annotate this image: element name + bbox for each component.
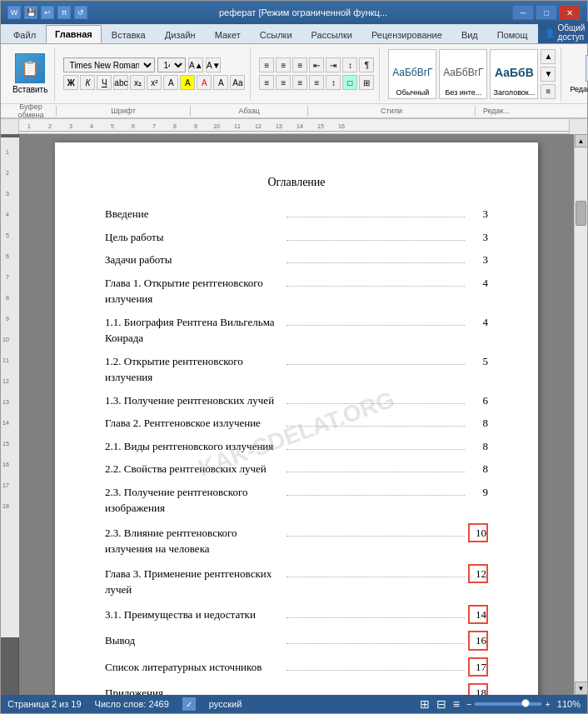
grow-font-button[interactable]: A▲ [188, 57, 203, 72]
align-left-button[interactable]: ≡ [259, 75, 274, 90]
italic-button[interactable]: К [80, 75, 95, 90]
list-multilevel-button[interactable]: ≡ [292, 57, 307, 72]
shading-button[interactable]: □ [342, 75, 357, 90]
toc-dots [287, 364, 465, 365]
window-title: реферат [Режим ограниченной функц... [94, 7, 512, 17]
scroll-up-button[interactable]: ▲ [575, 134, 588, 147]
bold-button[interactable]: Ж [63, 75, 78, 90]
toc-row: 2.3. Получение рентгеновского изображени… [105, 484, 488, 517]
toc-page-number: 4 [468, 314, 488, 331]
increase-indent-button[interactable]: ⇥ [326, 57, 341, 72]
share-button[interactable]: 👤 Общий доступ [538, 22, 588, 43]
svg-text:13: 13 [2, 399, 9, 405]
font-color-button[interactable]: A [197, 75, 212, 90]
close-button[interactable]: ✕ [559, 5, 581, 20]
toc-dots [287, 262, 465, 263]
minimize-button[interactable]: ─ [512, 5, 534, 20]
toc-row: 2.2. Свойства рентгеновских лучей8 [105, 461, 488, 477]
toc-dots [287, 495, 465, 496]
scroll-down-button[interactable]: ▼ [575, 682, 588, 695]
svg-text:12: 12 [2, 378, 9, 384]
borders-button[interactable]: ⊞ [359, 75, 374, 90]
toc-page-number: 12 [468, 564, 488, 584]
style-no-spacing-button[interactable]: АаБбВгГ Без инте... [439, 49, 487, 99]
word-count: Число слов: 2469 [95, 699, 169, 709]
toc-entry-title: 1.1. Биография Рентгена Вильгельма Конра… [105, 314, 283, 347]
font-family-select[interactable]: Times New Roman [63, 57, 155, 72]
svg-text:5: 5 [6, 232, 9, 238]
style-heading-button[interactable]: АаБбВ Заголовок... [490, 49, 538, 99]
show-marks-button[interactable]: ¶ [359, 57, 374, 72]
svg-text:15: 15 [317, 123, 324, 129]
tab-review[interactable]: Рецензирование [362, 25, 451, 43]
vertical-scrollbar[interactable]: ▲ ▼ [574, 134, 587, 695]
quick-access-reload[interactable]: ↺ [74, 6, 87, 19]
toc-dots [287, 325, 465, 326]
toc-page-number: 6 [468, 392, 488, 409]
highlight-button[interactable]: A [180, 75, 195, 90]
toc-page-number: 14 [468, 605, 488, 625]
line-spacing-button[interactable]: ↕ [326, 75, 341, 90]
toc-page-number: 3 [468, 206, 488, 222]
svg-rect-18 [1, 137, 19, 637]
paste-button[interactable]: 📋 Вставить [12, 53, 47, 94]
tab-layout[interactable]: Макет [206, 25, 250, 43]
align-right-button[interactable]: ≡ [292, 75, 307, 90]
document-scroll[interactable]: KAK-SDELAT.ORG Оглавление Введение3Цель … [19, 134, 574, 695]
font-size-select[interactable]: 14 [157, 57, 186, 72]
scroll-track[interactable] [575, 147, 587, 682]
styles-up-button[interactable]: ▲ [541, 49, 556, 64]
styles-down-button[interactable]: ▼ [541, 67, 556, 82]
style-normal-preview: АаБбВгГ [389, 57, 436, 88]
view-read-button[interactable]: ≡ [453, 697, 460, 711]
svg-text:9: 9 [6, 316, 9, 322]
underline-button[interactable]: Ч [97, 75, 112, 90]
svg-text:1: 1 [6, 149, 9, 155]
toc-entry-title: 1.2. Открытие рентгеновского излучения [105, 353, 283, 386]
superscript-button[interactable]: x² [147, 75, 162, 90]
style-normal-button[interactable]: АаБбВгГ Обычный [388, 49, 436, 99]
tab-mailings[interactable]: Рассылки [302, 25, 361, 43]
quick-access-pi[interactable]: π [57, 6, 71, 19]
view-web-button[interactable]: ⊟ [436, 697, 446, 711]
maximize-button[interactable]: □ [536, 5, 557, 20]
status-bar: Страница 2 из 19 Число слов: 2469 ✓ русс… [1, 695, 587, 713]
tab-links[interactable]: Ссылки [251, 25, 301, 43]
tab-home[interactable]: Главная [46, 25, 102, 43]
ruler: 1 2 3 4 5 6 7 8 9 10 11 12 13 14 15 16 [1, 119, 587, 134]
zoom-track[interactable] [475, 702, 541, 706]
zoom-out-button[interactable]: − [466, 699, 471, 709]
font-effects-button[interactable]: A [213, 75, 228, 90]
decrease-indent-button[interactable]: ⇤ [309, 57, 324, 72]
strikethrough-button[interactable]: abc [113, 75, 128, 90]
quick-access-save[interactable]: 💾 [24, 6, 37, 19]
clear-format-button[interactable]: A [163, 75, 178, 90]
tab-view[interactable]: Вид [452, 25, 487, 43]
list-bullet-button[interactable]: ≡ [259, 57, 274, 72]
zoom-control[interactable]: − + [466, 699, 551, 709]
tab-design[interactable]: Дизайн [156, 25, 205, 43]
align-center-button[interactable]: ≡ [276, 75, 291, 90]
align-justify-button[interactable]: ≡ [309, 75, 324, 90]
scroll-thumb[interactable] [576, 201, 586, 226]
svg-text:8: 8 [173, 123, 177, 129]
toc-row: 1.2. Открытие рентгеновского излучения5 [105, 353, 488, 386]
quick-access-undo[interactable]: ↩ [41, 6, 54, 19]
shrink-font-button[interactable]: A▼ [206, 57, 221, 72]
sort-button[interactable]: ↕ [342, 57, 357, 72]
tab-file[interactable]: Файл [4, 25, 45, 43]
tab-help[interactable]: Помощ [488, 25, 537, 43]
styles-more-button[interactable]: ≡ [541, 84, 556, 99]
list-number-button[interactable]: ≡ [276, 57, 291, 72]
subscript-button[interactable]: x₂ [130, 75, 145, 90]
svg-text:11: 11 [2, 357, 9, 363]
tab-insert[interactable]: Вставка [102, 25, 155, 43]
change-case-button[interactable]: Аа [230, 75, 245, 90]
toc-dots [287, 217, 465, 217]
toc-entry-title: Глава 3. Применение рентгеновских лучей [105, 566, 283, 598]
view-print-button[interactable]: ⊞ [420, 697, 430, 711]
toc-row: 1.3. Получение рентгеновских лучей6 [105, 392, 488, 409]
toc-dots [287, 240, 465, 241]
zoom-in-button[interactable]: + [545, 699, 550, 709]
svg-text:3: 3 [69, 123, 72, 129]
